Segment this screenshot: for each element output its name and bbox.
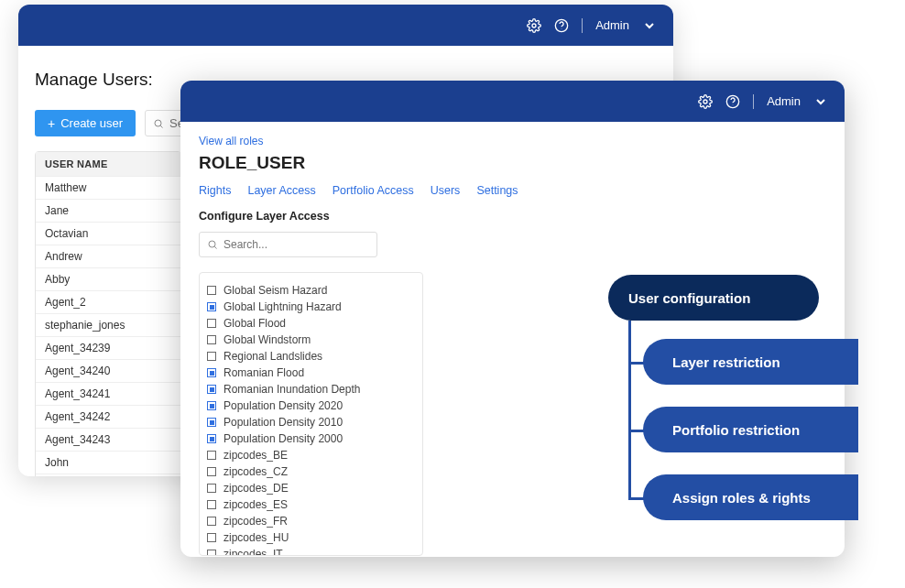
tab-layer-access[interactable]: Layer Access: [247, 184, 315, 197]
checkbox-icon[interactable]: [207, 533, 216, 542]
view-all-roles-link[interactable]: View all roles: [199, 135, 826, 147]
checkbox-icon[interactable]: [207, 467, 216, 476]
table-row[interactable]: Loredana: [36, 474, 180, 476]
create-user-label: Create user: [60, 116, 123, 130]
layer-label: Regional Landslides: [224, 350, 322, 363]
svg-point-3: [155, 120, 161, 126]
help-icon[interactable]: [554, 18, 569, 33]
diagram-root: User configuration: [608, 275, 819, 321]
table-row[interactable]: Octavian: [36, 222, 180, 245]
gear-icon[interactable]: [698, 94, 713, 109]
table-row[interactable]: Agent_34239: [36, 336, 180, 359]
table-row[interactable]: Matthew: [36, 176, 180, 199]
layer-list: Global Seism HazardGlobal Lightning Haza…: [199, 272, 423, 556]
tabs: RightsLayer AccessPortfolio AccessUsersS…: [199, 184, 826, 197]
checkbox-icon[interactable]: [207, 302, 216, 311]
table-row[interactable]: Abby: [36, 267, 180, 290]
role-title: ROLE_USER: [199, 153, 826, 173]
checkbox-icon[interactable]: [207, 550, 216, 556]
layer-label: Global Lightning Hazard: [224, 300, 342, 313]
gear-icon[interactable]: [527, 18, 541, 33]
checkbox-icon[interactable]: [207, 368, 216, 377]
layer-item[interactable]: Global Lightning Hazard: [207, 299, 415, 315]
checkbox-icon[interactable]: [207, 500, 216, 509]
tab-rights[interactable]: Rights: [199, 184, 231, 197]
user-label: Admin: [595, 18, 629, 32]
layer-item[interactable]: Population Density 2000: [207, 430, 415, 447]
layer-label: Global Flood: [224, 317, 286, 330]
layer-item[interactable]: zipcodes_ES: [207, 496, 415, 513]
layer-item[interactable]: Global Flood: [207, 315, 415, 332]
svg-line-9: [214, 246, 216, 248]
checkbox-icon[interactable]: [207, 484, 216, 493]
column-header-username: USER NAME: [36, 152, 180, 176]
layer-item[interactable]: Romanian Inundation Depth: [207, 381, 415, 397]
table-row[interactable]: Agent_34242: [36, 405, 180, 428]
checkbox-icon[interactable]: [207, 319, 216, 328]
table-row[interactable]: Agent_34243: [36, 428, 180, 451]
titlebar: Admin: [18, 5, 673, 46]
layer-item[interactable]: Population Density 2010: [207, 414, 415, 430]
search-layers[interactable]: [199, 232, 377, 257]
layer-label: Romanian Flood: [224, 366, 304, 379]
layer-label: Global Seism Hazard: [224, 284, 327, 297]
diagram-leaf: Layer restriction: [643, 339, 858, 385]
layer-label: zipcodes_FR: [224, 515, 288, 528]
table-row[interactable]: Jane: [36, 199, 180, 222]
layer-item[interactable]: Romanian Flood: [207, 365, 415, 381]
layer-label: zipcodes_ES: [224, 498, 288, 511]
layer-label: zipcodes_BE: [224, 449, 288, 462]
checkbox-icon[interactable]: [207, 352, 216, 361]
checkbox-icon[interactable]: [207, 286, 216, 295]
titlebar: Admin: [180, 81, 845, 122]
checkbox-icon[interactable]: [207, 451, 216, 460]
layer-item[interactable]: zipcodes_FR: [207, 513, 415, 529]
table-row[interactable]: Agent_34240: [36, 359, 180, 382]
layer-item[interactable]: zipcodes_DE: [207, 480, 415, 496]
layer-item[interactable]: Regional Landslides: [207, 348, 415, 365]
layer-item[interactable]: zipcodes_CZ: [207, 463, 415, 480]
create-user-button[interactable]: + Create user: [35, 110, 136, 136]
layer-item[interactable]: Global Seism Hazard: [207, 282, 415, 299]
svg-point-0: [532, 24, 536, 27]
diagram-leaf: Assign roles & rights: [643, 474, 858, 520]
tab-users[interactable]: Users: [431, 184, 461, 197]
layer-label: zipcodes_CZ: [224, 465, 288, 478]
diagram-leaf: Portfolio restriction: [643, 407, 858, 452]
divider: [582, 18, 583, 33]
tab-settings[interactable]: Settings: [476, 184, 518, 197]
connector: [628, 321, 631, 499]
search-layers-input[interactable]: [224, 238, 361, 251]
layer-label: zipcodes_HU: [224, 531, 289, 544]
table-row[interactable]: Andrew: [36, 245, 180, 267]
layer-item[interactable]: zipcodes_BE: [207, 447, 415, 463]
chevron-down-icon[interactable]: [813, 94, 828, 109]
search-icon: [207, 239, 218, 250]
layer-label: Population Density 2000: [224, 432, 343, 445]
layer-item[interactable]: Global Windstorm: [207, 332, 415, 348]
layer-item[interactable]: Population Density 2020: [207, 397, 415, 414]
layer-label: Population Density 2010: [224, 416, 343, 429]
layer-item[interactable]: zipcodes_IT: [207, 546, 415, 556]
layer-item[interactable]: zipcodes_HU: [207, 529, 415, 546]
search-icon: [153, 118, 164, 129]
config-diagram: User configuration Layer restriction Por…: [608, 275, 901, 531]
help-icon[interactable]: [725, 94, 740, 109]
users-table: USER NAME MatthewJaneOctavianAndrewAbbyA…: [35, 151, 181, 476]
checkbox-icon[interactable]: [207, 401, 216, 410]
chevron-down-icon[interactable]: [642, 18, 657, 33]
table-row[interactable]: Agent_34241: [36, 382, 180, 405]
checkbox-icon[interactable]: [207, 434, 216, 443]
layer-label: Population Density 2020: [224, 399, 343, 412]
checkbox-icon[interactable]: [207, 418, 216, 427]
svg-point-8: [209, 241, 215, 247]
section-title: Configure Layer Access: [199, 210, 826, 223]
table-row[interactable]: stephanie_jones: [36, 313, 180, 336]
checkbox-icon[interactable]: [207, 335, 216, 344]
checkbox-icon[interactable]: [207, 385, 216, 394]
checkbox-icon[interactable]: [207, 517, 216, 526]
tab-portfolio-access[interactable]: Portfolio Access: [333, 184, 414, 197]
table-row[interactable]: John: [36, 451, 180, 474]
table-row[interactable]: Agent_2: [36, 290, 180, 313]
layer-label: Global Windstorm: [224, 333, 311, 346]
